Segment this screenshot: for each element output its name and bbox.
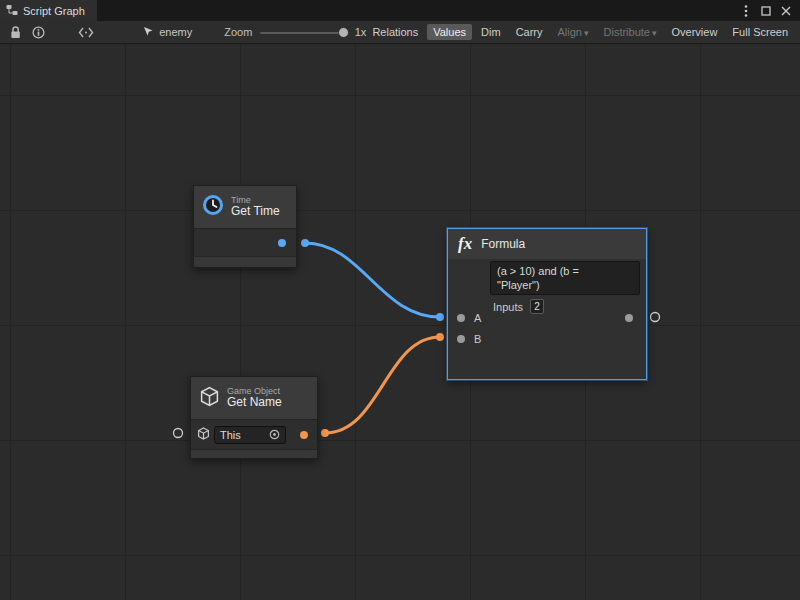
chevron-down-icon: ▾ bbox=[652, 28, 657, 38]
zoom-slider[interactable] bbox=[260, 23, 348, 42]
wire-start-dot bbox=[321, 429, 329, 437]
toolbar: enemy Zoom 1x Relations Values Dim Carry… bbox=[0, 21, 800, 44]
formula-icon: fx bbox=[458, 234, 472, 254]
target-value: This bbox=[220, 429, 241, 441]
node-footer bbox=[194, 256, 296, 267]
wire-start-dot bbox=[301, 239, 309, 247]
graph-icon bbox=[6, 4, 18, 18]
wire-end-dot bbox=[436, 313, 444, 321]
tab-label: Script Graph bbox=[23, 5, 85, 17]
port-a-label: A bbox=[474, 312, 481, 324]
graph-canvas[interactable]: Time Get Time fx Formula (a > 10) and (b… bbox=[0, 44, 800, 600]
relations-button[interactable]: Relations bbox=[366, 24, 424, 40]
maximize-icon[interactable] bbox=[757, 2, 775, 20]
info-icon[interactable] bbox=[27, 23, 50, 42]
zoom-value: 1x bbox=[355, 26, 367, 38]
get-name-body: This bbox=[191, 419, 317, 449]
node-get-time[interactable]: Time Get Time bbox=[193, 185, 297, 268]
titlebar: Script Graph bbox=[0, 0, 800, 21]
wire-gettime-to-formula-a[interactable] bbox=[305, 243, 440, 317]
target-object-field[interactable]: This bbox=[214, 426, 286, 444]
port-a-input-dot[interactable] bbox=[457, 314, 465, 322]
node-title: Formula bbox=[481, 237, 525, 251]
get-time-body bbox=[194, 228, 296, 256]
wire-layer bbox=[0, 44, 800, 600]
wire-end-dot bbox=[436, 333, 444, 341]
get-name-header[interactable]: Game Object Get Name bbox=[191, 377, 317, 419]
get-name-output-port[interactable] bbox=[300, 431, 308, 439]
expression-line: (a > 10) and (b = bbox=[497, 264, 633, 278]
full-screen-button[interactable]: Full Screen bbox=[726, 24, 794, 40]
values-button[interactable]: Values bbox=[427, 24, 472, 40]
script-graph-window: Script Graph bbox=[0, 0, 800, 600]
expression-line: "Player") bbox=[497, 278, 633, 292]
node-footer bbox=[191, 449, 317, 458]
formula-expression-input[interactable]: (a > 10) and (b = "Player") bbox=[490, 261, 640, 295]
formula-port-row-a: A bbox=[448, 308, 646, 328]
node-get-name[interactable]: Game Object Get Name This bbox=[190, 376, 318, 459]
overview-button[interactable]: Overview bbox=[666, 24, 724, 40]
pointer-icon bbox=[143, 26, 154, 39]
cube-icon bbox=[197, 426, 210, 444]
close-icon[interactable] bbox=[777, 2, 795, 20]
lock-icon[interactable] bbox=[4, 23, 27, 42]
get-time-header[interactable]: Time Get Time bbox=[194, 186, 296, 228]
formula-header[interactable]: fx Formula bbox=[448, 229, 646, 259]
formula-result-dot[interactable] bbox=[625, 314, 633, 322]
port-b-label: B bbox=[474, 333, 481, 345]
zoom-slider-handle[interactable] bbox=[338, 27, 349, 38]
tab-script-graph[interactable]: Script Graph bbox=[0, 0, 97, 21]
clock-icon bbox=[202, 194, 224, 220]
dim-button[interactable]: Dim bbox=[475, 24, 507, 40]
kebab-menu-icon[interactable] bbox=[737, 2, 755, 20]
toolbar-buttons: Relations Values Dim Carry Align▾ Distri… bbox=[366, 24, 796, 40]
chevron-down-icon: ▾ bbox=[584, 28, 589, 38]
object-picker-icon[interactable] bbox=[269, 429, 280, 440]
window-controls bbox=[737, 0, 800, 21]
carry-button[interactable]: Carry bbox=[510, 24, 549, 40]
graph-name-label: enemy bbox=[159, 26, 192, 38]
getname-input-port[interactable] bbox=[174, 429, 183, 438]
get-time-output-port[interactable] bbox=[278, 239, 286, 247]
formula-port-row-b: B bbox=[448, 329, 646, 349]
port-b-input-dot[interactable] bbox=[457, 335, 465, 343]
node-title: Get Time bbox=[231, 205, 280, 219]
graph-breadcrumb[interactable]: enemy bbox=[143, 26, 192, 39]
cube-icon bbox=[199, 386, 220, 411]
node-title: Get Name bbox=[227, 396, 282, 410]
formula-output-port[interactable] bbox=[651, 313, 660, 322]
wire-getname-to-formula-b[interactable] bbox=[325, 337, 440, 433]
code-icon[interactable] bbox=[74, 23, 97, 42]
zoom-label: Zoom bbox=[224, 26, 252, 38]
node-formula[interactable]: fx Formula (a > 10) and (b = "Player") I… bbox=[447, 228, 647, 380]
zoom-slider-track[interactable] bbox=[260, 32, 348, 34]
align-dropdown[interactable]: Align▾ bbox=[552, 24, 595, 40]
distribute-dropdown[interactable]: Distribute▾ bbox=[598, 24, 663, 40]
